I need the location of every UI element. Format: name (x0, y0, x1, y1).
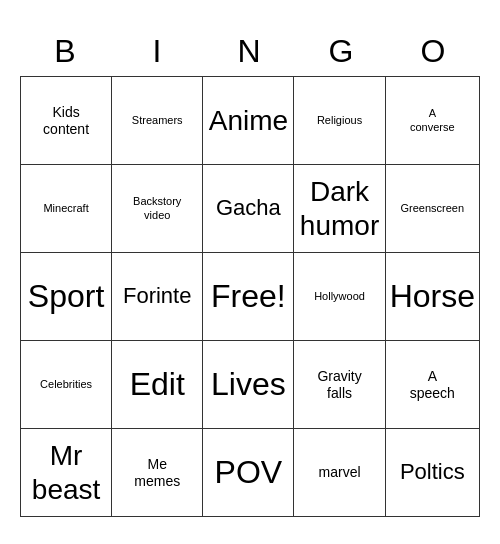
bingo-cell[interactable]: POV (203, 429, 294, 517)
cell-label: Dark humor (300, 175, 379, 242)
cell-label: POV (215, 453, 283, 491)
bingo-cell[interactable]: Streamers (112, 77, 203, 165)
bingo-cell[interactable]: A converse (386, 77, 480, 165)
bingo-grid: Kids contentStreamersAnimeReligiousA con… (20, 76, 480, 517)
bingo-cell[interactable]: Backstory video (112, 165, 203, 253)
header-letter: O (388, 27, 480, 76)
bingo-cell[interactable]: Edit (112, 341, 203, 429)
bingo-cell[interactable]: Hollywood (294, 253, 385, 341)
bingo-cell[interactable]: Anime (203, 77, 294, 165)
cell-label: A speech (410, 368, 455, 402)
cell-label: marvel (319, 464, 361, 481)
bingo-cell[interactable]: Greenscreen (386, 165, 480, 253)
bingo-card: BINGO Kids contentStreamersAnimeReligiou… (20, 27, 480, 517)
bingo-cell[interactable]: A speech (386, 341, 480, 429)
cell-label: Anime (209, 104, 288, 138)
bingo-cell[interactable]: Mr beast (21, 429, 112, 517)
cell-label: A converse (410, 107, 455, 133)
cell-label: Minecraft (43, 202, 88, 215)
bingo-cell[interactable]: Kids content (21, 77, 112, 165)
bingo-cell[interactable]: Dark humor (294, 165, 385, 253)
bingo-cell[interactable]: Me memes (112, 429, 203, 517)
cell-label: Free! (211, 277, 286, 315)
cell-label: Religious (317, 114, 362, 127)
bingo-cell[interactable]: Gravity falls (294, 341, 385, 429)
bingo-cell[interactable]: Sport (21, 253, 112, 341)
cell-label: Greenscreen (401, 202, 465, 215)
bingo-cell[interactable]: Celebrities (21, 341, 112, 429)
cell-label: Edit (130, 365, 185, 403)
cell-label: Celebrities (40, 378, 92, 391)
cell-label: Gravity falls (317, 368, 361, 402)
header-letter: I (112, 27, 204, 76)
cell-label: Horse (390, 277, 475, 315)
bingo-cell[interactable]: Forinte (112, 253, 203, 341)
cell-label: Gacha (216, 195, 281, 221)
cell-label: Streamers (132, 114, 183, 127)
header-letter: N (204, 27, 296, 76)
cell-label: Sport (28, 277, 104, 315)
bingo-cell[interactable]: Gacha (203, 165, 294, 253)
cell-label: Kids content (43, 104, 89, 138)
cell-label: Hollywood (314, 290, 365, 303)
cell-label: Poltics (400, 459, 465, 485)
cell-label: Lives (211, 365, 286, 403)
bingo-cell[interactable]: Poltics (386, 429, 480, 517)
bingo-cell[interactable]: Free! (203, 253, 294, 341)
bingo-cell[interactable]: Lives (203, 341, 294, 429)
bingo-cell[interactable]: Religious (294, 77, 385, 165)
cell-label: Forinte (123, 283, 191, 309)
bingo-cell[interactable]: Horse (386, 253, 480, 341)
bingo-header: BINGO (20, 27, 480, 76)
header-letter: G (296, 27, 388, 76)
bingo-cell[interactable]: Minecraft (21, 165, 112, 253)
bingo-cell[interactable]: marvel (294, 429, 385, 517)
cell-label: Me memes (134, 456, 180, 490)
cell-label: Mr beast (32, 439, 101, 506)
cell-label: Backstory video (133, 195, 181, 221)
header-letter: B (20, 27, 112, 76)
